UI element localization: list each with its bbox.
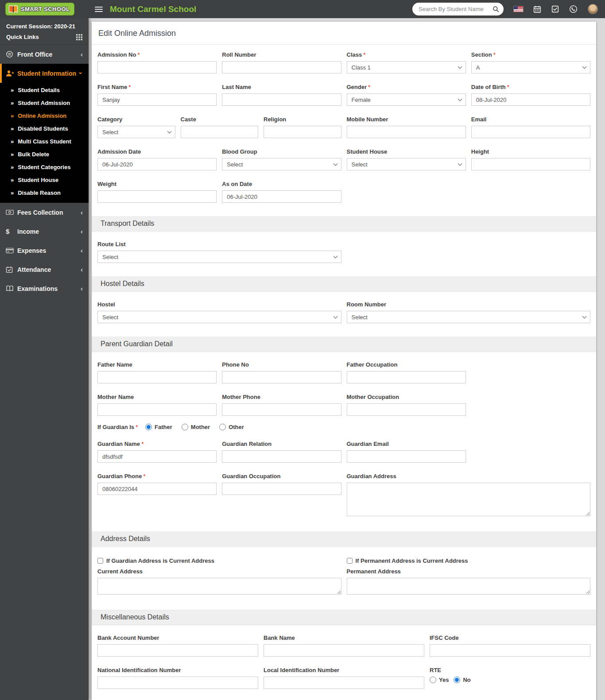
guardian-other-radio[interactable] [219,424,226,430]
bank-account-number-label: Bank Account Number [97,634,258,641]
miscellaneous-details-section-header: Miscellaneous Details [92,610,596,625]
parent-guardian-section-header: Parent Guardian Detail [92,336,596,352]
logo-zone[interactable]: SMART SCHOOL [0,0,89,18]
guardian-address-label: Guardian Address [347,473,591,480]
guardian-name-input[interactable] [97,450,217,463]
local-id-input[interactable] [264,677,424,689]
language-flag-icon[interactable] [514,6,523,12]
mobile-number-input[interactable] [347,126,466,138]
sidebar-item-attendance[interactable]: Attendance [0,260,89,279]
sidebar-item-examinations[interactable]: Examinations [0,279,89,298]
guardian-address-textarea[interactable] [347,483,591,516]
guardian-address-is-current-checkbox[interactable] [97,558,103,564]
student-search [412,3,504,15]
search-input[interactable] [419,6,493,12]
sidebar-item-label: Student Information [17,70,78,77]
calendar-icon[interactable] [533,5,541,13]
hostel-select[interactable]: Select [97,311,341,323]
permanent-address-label: Permanent Address [347,568,591,575]
double-arrow-icon [11,164,14,170]
income-dollar-icon [6,228,17,235]
task-check-icon[interactable] [551,5,559,13]
roll-number-input[interactable] [222,61,341,73]
sidebar-item-student-categories[interactable]: Student Categories [0,161,89,174]
first-name-input[interactable] [97,93,217,106]
as-on-date-input[interactable] [222,190,341,203]
date-of-birth-input[interactable] [471,93,590,106]
national-id-input[interactable] [97,677,258,689]
sidebar-item-expenses[interactable]: Expenses [0,241,89,260]
email-input[interactable] [471,126,590,138]
room-number-select[interactable]: Select [347,311,591,323]
sidebar-item-front-office[interactable]: Front Office [0,45,89,64]
whatsapp-icon[interactable] [569,5,578,13]
sidebar-item-disabled-students[interactable]: Disabled Students [0,122,89,135]
double-arrow-icon [11,100,14,106]
rte-label: RTE [430,667,590,673]
mother-name-label: Mother Name [97,394,217,400]
last-name-input[interactable] [222,93,341,106]
mother-name-input[interactable] [97,403,217,416]
height-label: Height [471,148,590,155]
category-select[interactable]: Select [97,126,175,138]
sidebar-item-income[interactable]: Income [0,222,89,241]
guardian-email-input[interactable] [347,450,466,463]
admission-date-input[interactable] [97,158,217,170]
rte-yes-radio[interactable] [430,677,436,683]
caste-input[interactable] [181,126,259,138]
guardian-mother-radio[interactable] [182,424,188,430]
book-logo-icon [8,5,19,13]
school-name-title: Mount Carmel School [110,4,196,14]
weight-label: Weight [97,181,217,187]
permanent-address-textarea[interactable] [347,578,591,595]
sidebar-item-bulk-delete[interactable]: Bulk Delete [0,148,89,161]
sidebar-item-disable-reason[interactable]: Disable Reason [0,186,89,199]
height-input[interactable] [471,158,590,170]
quick-links-grid-icon[interactable] [76,34,82,40]
mother-phone-input[interactable] [222,403,341,416]
category-label: Category [97,116,175,123]
mother-occupation-input[interactable] [347,403,466,416]
guardian-occupation-label: Guardian Occupation [222,473,341,480]
blood-group-select[interactable]: Select [222,158,341,170]
route-list-select[interactable]: Select [97,251,341,263]
student-house-select[interactable]: Select [347,158,466,170]
gender-select[interactable]: Female [347,93,466,106]
logo-text: SMART SCHOOL [21,6,70,12]
hamburger-menu-icon[interactable] [95,5,103,13]
guardian-phone-input[interactable] [97,483,217,495]
rte-no-radio[interactable] [454,677,460,683]
section-select[interactable]: A [471,61,590,73]
sidebar-item-student-house[interactable]: Student House [0,174,89,186]
phone-no-input[interactable] [222,371,341,383]
sidebar-item-online-admission[interactable]: Online Admission [0,109,89,122]
sidebar-item-student-information[interactable]: Student Information [0,64,89,83]
father-occupation-input[interactable] [347,371,466,383]
current-address-textarea[interactable] [97,578,341,595]
sidebar-item-fees-collection[interactable]: Fees Collection [0,203,89,222]
admission-no-input[interactable] [97,61,217,73]
class-select[interactable]: Class 1 [347,61,466,73]
as-on-date-label: As on Date [222,181,341,187]
permanent-address-is-current-checkbox[interactable] [347,558,353,564]
guardian-occupation-input[interactable] [222,483,341,495]
submenu-label: Bulk Delete [18,151,49,158]
radio-label: Mother [191,424,210,430]
ifsc-code-input[interactable] [430,644,590,657]
guardian-relation-input[interactable] [222,450,341,463]
attendance-calendar-icon [6,266,17,273]
user-avatar[interactable] [588,4,598,14]
weight-input[interactable] [97,190,217,203]
checkbox-label: If Permanent Address is Current Address [356,557,468,564]
father-name-input[interactable] [97,371,217,383]
submenu-label: Disabled Students [18,125,68,132]
guardian-father-radio[interactable] [145,424,152,430]
sidebar-item-student-admission[interactable]: Student Admission [0,97,89,109]
chevron-left-icon [81,285,83,292]
search-icon[interactable] [493,6,499,12]
sidebar-item-student-details[interactable]: Student Details [0,84,89,97]
religion-input[interactable] [264,126,341,138]
bank-account-number-input[interactable] [97,644,258,657]
sidebar-item-multi-class-student[interactable]: Multi Class Student [0,135,89,148]
bank-name-input[interactable] [264,644,424,657]
